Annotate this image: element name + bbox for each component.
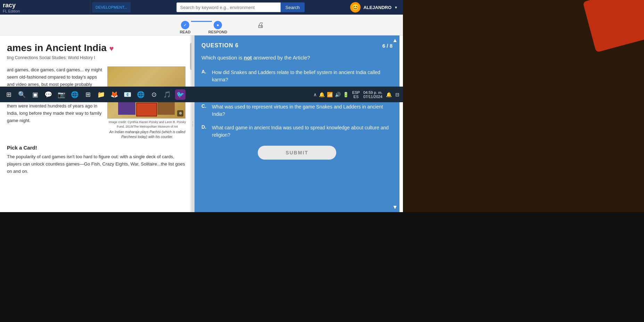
- step-read[interactable]: ✓ READ: [181, 21, 189, 29]
- question-panel: ▲ QUESTION 6 6 / 8 Which question is not…: [195, 35, 399, 212]
- question-header: QUESTION 6 6 / 8: [201, 42, 393, 49]
- top-right-decoration: [575, 0, 644, 63]
- article-text: ard games, dice games, card games... ey …: [7, 66, 102, 139]
- step-respond[interactable]: ● RESPOND: [214, 21, 222, 29]
- search-input[interactable]: [176, 2, 281, 12]
- files-icon[interactable]: 📁: [96, 89, 106, 100]
- tray-sidebar-icon[interactable]: ⊟: [395, 92, 399, 97]
- top-navigation: racy FL Edition DEVELOPMENT... Search 😊 …: [0, 0, 403, 15]
- system-tray: ∧ 🔔 📶 🔊 🔋: [313, 92, 349, 97]
- progress-nav: ✓ READ ● RESPOND 🖨: [0, 15, 403, 35]
- print-button[interactable]: 🖨: [257, 21, 264, 29]
- dev-tab[interactable]: DEVELOPMENT...: [92, 2, 131, 13]
- deco-shape: [583, 0, 644, 53]
- step-respond-circle: ●: [214, 21, 222, 29]
- tray-expand-icon[interactable]: ∧: [313, 92, 317, 97]
- option-letter-3: D.: [201, 124, 208, 130]
- taskbar-clock: 04:59 p. m. 07/11/2024: [363, 90, 382, 99]
- prompt-rest: answered by the Article?: [253, 55, 310, 61]
- app-icon-2[interactable]: 🐦: [175, 89, 185, 100]
- instagram-icon[interactable]: 📷: [56, 89, 67, 100]
- clock-date: 07/11/2024: [363, 95, 382, 99]
- tray-wifi-icon[interactable]: 📶: [327, 92, 333, 97]
- tray-network-icon[interactable]: 🔔: [319, 92, 325, 97]
- bottom-area: [0, 212, 644, 322]
- pick-card-title: Pick a Card!: [7, 145, 187, 151]
- favorite-heart[interactable]: ♥: [109, 44, 114, 53]
- spotify-icon[interactable]: 🎵: [162, 89, 172, 100]
- article-image-block: ⊕ Image credit: Cynthia Hazen Poisky and…: [107, 66, 187, 139]
- article-title: ames in Ancient India ♥: [7, 42, 187, 54]
- chrome-icon[interactable]: 🌐: [135, 89, 146, 100]
- user-name: ALEJANDRO: [363, 5, 391, 10]
- step-respond-label: RESPOND: [208, 30, 227, 34]
- clock-time: 04:59 p. m.: [363, 90, 382, 95]
- outlook-icon[interactable]: 📧: [122, 89, 133, 100]
- main-content: ames in Ancient India ♥ ting Connections…: [0, 35, 403, 212]
- question-progress: 6 / 8: [382, 43, 393, 49]
- language-code: ESP: [352, 90, 360, 95]
- right-decoration: [403, 0, 644, 212]
- zoom-icon[interactable]: ⊕: [177, 110, 183, 116]
- article-body: ard games, dice games, card games... ey …: [7, 66, 187, 139]
- prompt-text: Which question is: [201, 55, 242, 61]
- tray-notification-icon[interactable]: 🔔: [386, 92, 392, 97]
- answer-option-d[interactable]: D. What card game in ancient India was u…: [201, 124, 393, 139]
- taskbar: ⊞ 🔍 ▣ 💬 📷 🌐 ⊞ 📁 🦊 📧 🌐 ⊙ 🎵 🐦 ∧ 🔔 📶 🔊 🔋 ES…: [0, 87, 403, 102]
- option-text-3: What card game in ancient India was used…: [212, 124, 393, 139]
- painting-board: [136, 103, 157, 116]
- step-read-label: READ: [180, 30, 190, 34]
- taskbar-language: ESP ES: [352, 90, 360, 99]
- option-letter-2: C.: [201, 103, 208, 109]
- panel-scroll-up[interactable]: ▲: [392, 37, 398, 43]
- task-view-icon[interactable]: ▣: [30, 89, 40, 100]
- option-text-0: How did Snakes and Ladders relate to the…: [212, 69, 393, 83]
- answer-options: A. How did Snakes and Ladders relate to …: [201, 69, 393, 139]
- search-wrap: Search: [176, 2, 305, 12]
- apps-icon[interactable]: ⊞: [83, 89, 93, 100]
- tray-battery-icon[interactable]: 🔋: [343, 92, 349, 97]
- step-read-circle: ✓: [181, 21, 189, 29]
- tray-volume-icon[interactable]: 🔊: [335, 92, 341, 97]
- image-caption: An Indian maharaja plays Pachisi (which …: [107, 130, 187, 139]
- language-region: ES: [352, 95, 360, 99]
- question-label: QUESTION 6: [201, 42, 239, 49]
- panel-scroll-down[interactable]: ▼: [392, 204, 398, 210]
- monitor-screen: racy FL Edition DEVELOPMENT... Search 😊 …: [0, 0, 403, 212]
- app-icon-1[interactable]: ⊙: [149, 89, 159, 100]
- search-taskbar-icon[interactable]: 🔍: [17, 89, 27, 100]
- edge-icon[interactable]: 🦊: [109, 89, 119, 100]
- submit-wrap: SUBMIT: [201, 146, 393, 160]
- windows-start-icon[interactable]: ⊞: [3, 89, 14, 100]
- step-connector: [191, 21, 212, 22]
- search-button[interactable]: Search: [281, 2, 305, 12]
- prompt-not: not: [244, 55, 252, 61]
- brand-literacy: racy: [3, 2, 16, 9]
- answer-option-a[interactable]: A. How did Snakes and Ladders relate to …: [201, 69, 393, 83]
- image-credit: Image credit: Cynthia Hazen Poisky and L…: [107, 120, 187, 129]
- user-dropdown-arrow[interactable]: ▼: [394, 6, 398, 9]
- brand-area: racy FL Edition: [0, 0, 90, 15]
- facebook-icon[interactable]: 🌐: [69, 89, 80, 100]
- panel-divider[interactable]: ⋮: [191, 35, 194, 212]
- brand-edition: FL Edition: [3, 9, 90, 13]
- answer-option-c[interactable]: C. What was used to represent virtues in…: [201, 103, 393, 118]
- option-letter-0: A.: [201, 69, 208, 74]
- option-text-2: What was used to represent virtues in th…: [212, 103, 393, 118]
- search-area: Search: [131, 2, 350, 12]
- user-avatar: 😊: [350, 2, 361, 13]
- submit-button[interactable]: SUBMIT: [258, 146, 336, 160]
- article-subtitle: ting Connections Social Studies: World H…: [7, 55, 187, 60]
- pick-card-text: The popularity of card games isn't too h…: [7, 153, 187, 175]
- taskbar-right: ∧ 🔔 📶 🔊 🔋 ESP ES 04:59 p. m. 07/11/2024 …: [313, 90, 399, 99]
- user-area: 😊 ALEJANDRO ▼: [350, 2, 403, 13]
- question-prompt: Which question is not answered by the Ar…: [201, 54, 393, 62]
- whatsapp-icon[interactable]: 💬: [43, 89, 53, 100]
- article-panel: ames in Ancient India ♥ ting Connections…: [0, 35, 195, 212]
